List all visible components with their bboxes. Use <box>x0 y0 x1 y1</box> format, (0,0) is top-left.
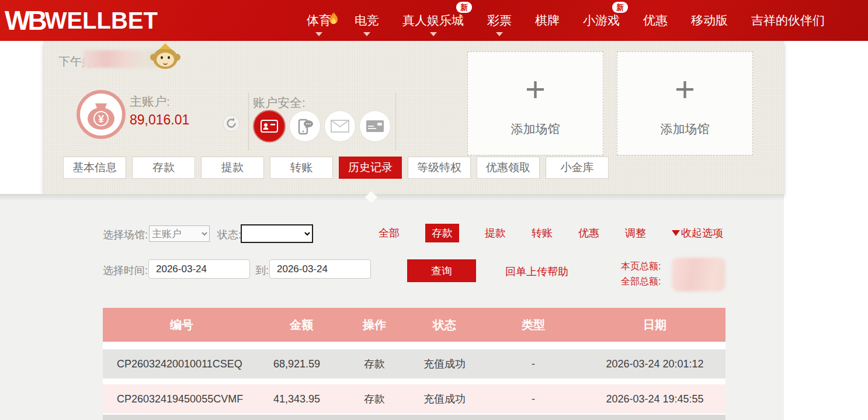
chevron-down-icon <box>315 32 322 36</box>
cell-operation: 存款 <box>342 357 407 371</box>
cell-id: CP26032420010011CSEQ <box>103 358 261 370</box>
email-icon[interactable] <box>324 110 356 142</box>
flame-icon <box>328 1 339 15</box>
main-account-label: 主账户: <box>130 93 170 110</box>
plus-icon: + <box>617 72 752 107</box>
chevron-down-icon <box>363 32 370 36</box>
nav-item-lottery[interactable]: 彩票 <box>487 0 512 41</box>
balance-value: 89,016.01 <box>130 112 189 128</box>
collapse-options-link[interactable]: 收起选项 <box>672 226 723 240</box>
table-row[interactable]: CP26032420010011CSEQ 68,921.59 存款 充值成功 -… <box>103 349 725 379</box>
type-filter-tabs: 全部 存款 提款 转账 优惠 调整 收起选项 <box>379 224 723 242</box>
nav-item-board-games[interactable]: 棋牌 <box>535 0 560 41</box>
cell-operation: 存款 <box>342 392 407 406</box>
username-redacted <box>83 50 160 68</box>
nav-item-live-casino[interactable]: 新 真人娱乐城 <box>402 0 464 41</box>
add-venue-box-1[interactable]: + 添加场馆 <box>467 51 603 155</box>
tab-history[interactable]: 历史记录 <box>339 157 402 179</box>
select-time-label: 选择时间: <box>103 263 148 277</box>
page-total-label: 本页总额: <box>621 261 661 273</box>
status-label: 状态: <box>217 228 241 242</box>
cell-amount: 68,921.59 <box>261 358 342 370</box>
nav-item-mobile[interactable]: 移动版 <box>691 0 728 41</box>
type-withdraw[interactable]: 提款 <box>485 226 506 240</box>
cell-date: 2026-03-24 20:01:12 <box>584 358 725 370</box>
main-nav: 体育 电竞 新 真人娱乐城 彩票 棋牌 新 小游戏 优惠 <box>307 0 825 41</box>
bank-card-icon[interactable] <box>359 110 391 142</box>
chevron-down-icon <box>496 32 503 36</box>
cell-status: 充值成功 <box>407 392 482 406</box>
nav-item-sports[interactable]: 体育 <box>307 0 331 41</box>
top-navbar: WB WELLBET 体育 电竞 新 真人娱乐城 彩票 棋牌 新 小游戏 <box>0 0 868 41</box>
receipt-upload-help-link[interactable]: 回单上传帮助 <box>505 265 568 279</box>
triangle-down-icon <box>672 230 680 236</box>
add-venue-label: 添加场馆 <box>617 121 752 137</box>
col-header-amount: 金额 <box>261 317 342 333</box>
nav-item-mini-games[interactable]: 新 小游戏 <box>583 0 620 41</box>
cell-type: - <box>482 358 584 370</box>
tab-vip-privileges[interactable]: 等级特权 <box>408 157 471 179</box>
table-row-partial <box>103 415 725 420</box>
select-venue-label: 选择场馆: <box>103 228 148 242</box>
sms-phone-icon[interactable] <box>289 110 321 142</box>
col-header-id: 编号 <box>103 317 261 333</box>
col-header-date: 日期 <box>584 317 725 333</box>
cell-amount: 41,343.95 <box>261 393 342 405</box>
refresh-balance-icon[interactable] <box>223 114 240 132</box>
cell-type: - <box>482 393 584 405</box>
nav-item-partners[interactable]: 吉祥的伙伴们 <box>751 0 825 41</box>
new-badge: 新 <box>612 2 628 13</box>
tab-claim-promo[interactable]: 优惠领取 <box>477 157 540 179</box>
to-label: 到: <box>255 263 269 277</box>
query-button[interactable]: 查询 <box>407 259 476 282</box>
cell-id: CP26032419450055CVMF <box>103 393 261 405</box>
col-header-type: 类型 <box>482 317 584 333</box>
status-select[interactable] <box>241 224 313 243</box>
type-all[interactable]: 全部 <box>379 226 400 240</box>
col-header-status: 状态 <box>407 317 482 333</box>
id-card-icon[interactable] <box>253 110 286 143</box>
type-promo[interactable]: 优惠 <box>578 226 599 240</box>
account-tabs: 基本信息 存款 提款 转账 历史记录 等级特权 优惠领取 小金库 <box>63 157 609 179</box>
yuan-symbol: ¥ <box>98 113 104 125</box>
tab-deposit[interactable]: 存款 <box>132 157 195 179</box>
type-deposit[interactable]: 存款 <box>425 224 459 242</box>
logo-mark: WB <box>5 0 45 41</box>
wallet-icon: ¥ <box>76 89 126 140</box>
history-section: 选择场馆: 主账户 状态: 全部 存款 提款 转账 优惠 调整 收起选项 选择时… <box>0 194 784 420</box>
date-from-input[interactable] <box>148 259 250 279</box>
venue-select[interactable]: 主账户 <box>149 225 210 242</box>
type-adjust[interactable]: 调整 <box>625 226 646 240</box>
add-venue-box-2[interactable]: + 添加场馆 <box>617 51 753 155</box>
avatar[interactable] <box>153 44 178 69</box>
totals-redacted <box>672 258 725 291</box>
col-header-operation: 操作 <box>342 317 407 333</box>
new-badge: 新 <box>456 2 472 13</box>
nav-item-esports[interactable]: 电竞 <box>355 0 379 41</box>
security-icons <box>253 110 391 143</box>
wellbet-logo[interactable]: WB WELLBET <box>5 0 158 41</box>
table-row[interactable]: CP26032419450055CVMF 41,343.95 存款 充值成功 -… <box>103 384 725 414</box>
table-header-row: 编号 金额 操作 状态 类型 日期 <box>103 308 725 342</box>
tab-vault[interactable]: 小金库 <box>546 157 609 179</box>
type-transfer[interactable]: 转账 <box>532 226 553 240</box>
divider <box>248 92 249 151</box>
logo-text: WELLBET <box>45 0 158 41</box>
cell-date: 2026-03-24 19:45:55 <box>584 393 725 405</box>
chevron-down-icon <box>430 32 437 36</box>
add-venue-label: 添加场馆 <box>468 121 603 137</box>
cell-status: 充值成功 <box>407 357 482 371</box>
date-to-input[interactable] <box>269 259 371 279</box>
nav-item-promotions[interactable]: 优惠 <box>643 0 668 41</box>
tab-withdraw[interactable]: 提款 <box>201 157 264 179</box>
tab-basic-info[interactable]: 基本信息 <box>63 157 126 179</box>
all-total-label: 全部总额: <box>621 276 661 288</box>
plus-icon: + <box>468 72 603 107</box>
divider <box>395 92 396 151</box>
account-security-label: 账户安全: <box>253 95 305 111</box>
tab-transfer[interactable]: 转账 <box>270 157 333 179</box>
